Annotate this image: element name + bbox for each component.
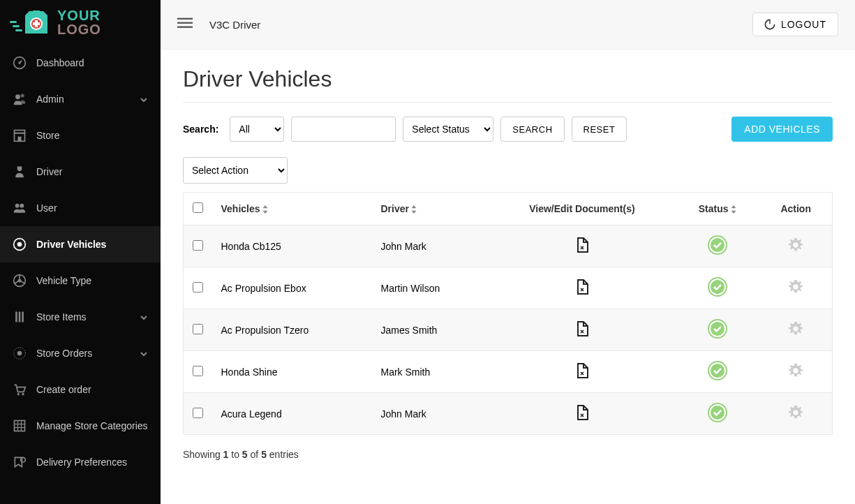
cell-driver: Mark Smith bbox=[373, 351, 489, 393]
svg-rect-27 bbox=[22, 312, 24, 323]
sidebar-item-admin[interactable]: Admin bbox=[0, 81, 161, 117]
svg-rect-6 bbox=[33, 22, 40, 25]
cell-vehicle: Honda Cb125 bbox=[213, 225, 373, 267]
gear-icon[interactable] bbox=[788, 244, 803, 255]
logout-label: LOGOUT bbox=[781, 19, 826, 30]
sidebar-item-store-orders[interactable]: Store Orders bbox=[0, 335, 161, 371]
svg-marker-44 bbox=[412, 205, 417, 208]
menu-toggle-icon[interactable] bbox=[177, 15, 193, 34]
svg-point-57 bbox=[711, 406, 724, 420]
sidebar-item-delivery-preferences[interactable]: Delivery Preferences bbox=[0, 444, 161, 480]
col-docs: View/Edit Document(s) bbox=[489, 193, 676, 225]
sidebar-item-user[interactable]: User bbox=[0, 190, 161, 226]
status-select[interactable]: Select Status bbox=[403, 117, 493, 142]
svg-marker-45 bbox=[412, 211, 417, 214]
svg-rect-41 bbox=[769, 20, 770, 24]
sidebar-item-driver-vehicles[interactable]: Driver Vehicles bbox=[0, 226, 161, 262]
status-active-icon[interactable] bbox=[708, 288, 727, 299]
content: Driver Vehicles Search: All Select Statu… bbox=[161, 50, 855, 477]
reset-button[interactable]: RESET bbox=[572, 117, 627, 142]
col-status[interactable]: Status bbox=[676, 193, 759, 225]
add-vehicles-button[interactable]: ADD VEHICLES bbox=[731, 117, 833, 142]
wheel-icon bbox=[13, 274, 27, 288]
sidebar-item-label: Driver bbox=[36, 166, 62, 177]
svg-point-9 bbox=[15, 94, 20, 99]
gear-icon[interactable] bbox=[788, 286, 803, 297]
logo-icon bbox=[10, 8, 52, 36]
row-checkbox[interactable] bbox=[193, 240, 203, 251]
sidebar-item-store-items[interactable]: Store Items bbox=[0, 299, 161, 335]
row-checkbox[interactable] bbox=[193, 282, 203, 292]
search-field-select[interactable]: All bbox=[230, 117, 284, 142]
row-checkbox[interactable] bbox=[193, 366, 203, 376]
sort-icon bbox=[262, 203, 269, 214]
sidebar-item-label: Admin bbox=[36, 94, 64, 105]
svg-rect-25 bbox=[15, 312, 17, 323]
breadcrumb: V3C Driver bbox=[209, 19, 260, 31]
sidebar-item-create-order[interactable]: Create order bbox=[0, 371, 161, 408]
svg-point-16 bbox=[15, 204, 20, 208]
svg-point-49 bbox=[711, 238, 724, 252]
search-input[interactable] bbox=[291, 117, 396, 142]
svg-rect-32 bbox=[15, 421, 25, 431]
search-button[interactable]: SEARCH bbox=[500, 117, 564, 142]
svg-point-30 bbox=[17, 393, 20, 395]
logo-text-2: LOGO bbox=[57, 22, 101, 36]
document-icon[interactable] bbox=[574, 370, 590, 381]
main-area: V3C Driver LOGOUT Driver Vehicles Search… bbox=[161, 0, 855, 504]
cell-vehicle: Acura Legend bbox=[213, 393, 373, 435]
sidebar-item-vehicle-type[interactable]: Vehicle Type bbox=[0, 262, 161, 299]
target-icon bbox=[13, 237, 27, 251]
sort-icon bbox=[730, 203, 737, 214]
svg-marker-42 bbox=[262, 205, 267, 208]
store-icon bbox=[13, 128, 27, 142]
cell-driver: John Mark bbox=[373, 393, 489, 435]
document-icon[interactable] bbox=[574, 328, 590, 339]
status-active-icon[interactable] bbox=[708, 246, 727, 257]
table-row: Ac Propulsion EboxMartin Wilson bbox=[184, 267, 833, 309]
gear-icon[interactable] bbox=[788, 327, 803, 339]
table-row: Honda Cb125John Mark bbox=[184, 225, 833, 267]
chevron-down-icon bbox=[140, 95, 148, 103]
svg-rect-15 bbox=[17, 167, 22, 168]
sidebar-item-dashboard[interactable]: Dashboard bbox=[0, 45, 161, 81]
search-row: Search: All Select Status SEARCH RESET A… bbox=[183, 117, 833, 142]
svg-rect-39 bbox=[177, 22, 193, 24]
document-icon[interactable] bbox=[574, 244, 590, 255]
status-active-icon[interactable] bbox=[708, 329, 727, 341]
svg-marker-43 bbox=[262, 211, 267, 214]
svg-rect-26 bbox=[19, 312, 21, 323]
bulk-action-select[interactable]: Select Action bbox=[183, 157, 288, 184]
svg-point-29 bbox=[17, 351, 22, 356]
col-vehicles[interactable]: Vehicles bbox=[213, 193, 373, 225]
chevron-down-icon bbox=[140, 349, 148, 357]
admin-icon bbox=[13, 92, 27, 106]
chevron-down-icon bbox=[140, 313, 148, 321]
sidebar-item-manage-store-categories[interactable]: Manage Store Categories bbox=[0, 408, 161, 444]
svg-point-8 bbox=[18, 61, 20, 64]
row-checkbox[interactable] bbox=[193, 324, 203, 334]
document-icon[interactable] bbox=[574, 286, 590, 297]
document-icon[interactable] bbox=[574, 412, 590, 423]
status-active-icon[interactable] bbox=[708, 413, 727, 424]
sidebar-item-label: User bbox=[36, 202, 57, 214]
svg-line-23 bbox=[15, 281, 19, 283]
gear-icon[interactable] bbox=[788, 411, 803, 422]
sidebar-item-label: Store bbox=[36, 130, 59, 141]
svg-point-31 bbox=[22, 393, 24, 395]
logout-button[interactable]: LOGOUT bbox=[752, 13, 838, 36]
sidebar-item-driver[interactable]: Driver bbox=[0, 154, 161, 190]
svg-point-53 bbox=[711, 322, 724, 336]
svg-rect-12 bbox=[15, 131, 25, 133]
select-all-checkbox[interactable] bbox=[193, 202, 203, 213]
cart-icon bbox=[13, 383, 27, 396]
sidebar-item-label: Manage Store Categories bbox=[36, 420, 148, 431]
sidebar-item-store[interactable]: Store bbox=[0, 117, 161, 154]
gear-icon[interactable] bbox=[788, 369, 803, 380]
status-active-icon[interactable] bbox=[708, 371, 727, 383]
row-checkbox[interactable] bbox=[193, 408, 203, 418]
cell-driver: John Mark bbox=[373, 225, 489, 267]
col-driver[interactable]: Driver bbox=[373, 193, 489, 225]
sidebar-item-label: Dashboard bbox=[36, 57, 84, 68]
driver-icon bbox=[13, 165, 27, 179]
